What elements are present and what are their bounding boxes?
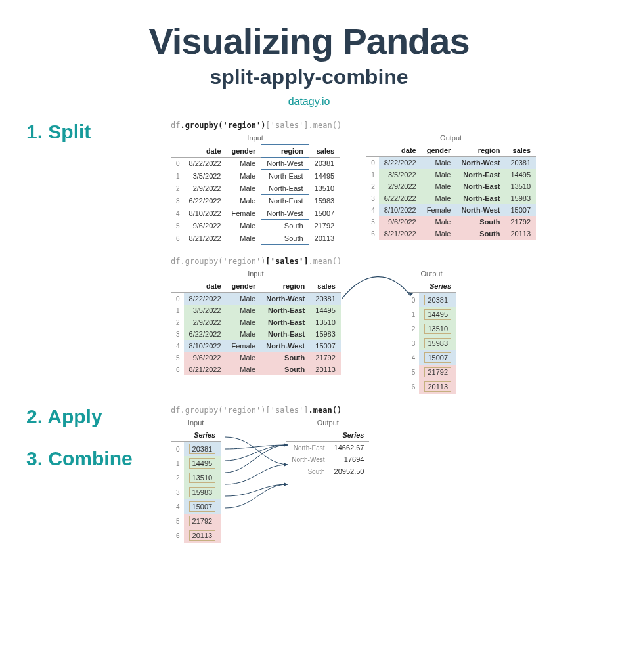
output-series: Series0203811144952135103159834150075217… xyxy=(407,280,456,394)
section-select: df.groupby('region')['sales'].mean() Inp… xyxy=(26,257,592,394)
series-row: 521792 xyxy=(407,365,456,379)
series-row: 315983 xyxy=(171,485,221,499)
code-mean: .mean() xyxy=(309,257,342,266)
table-row: 48/10/2022FemaleNorth-West15007 xyxy=(171,207,340,220)
code-df: df xyxy=(171,257,180,266)
page-subtitle: split-apply-combine xyxy=(26,65,592,89)
table-row: 13/5/2022MaleNorth-East14495 xyxy=(171,304,341,316)
table-row: 48/10/2022FemaleNorth-West15007 xyxy=(366,204,536,216)
code-line-1: df.groupby('region')['sales'].mean() xyxy=(171,121,592,130)
table-row: 22/9/2022MaleNorth-East13510 xyxy=(171,182,340,195)
input-label: Input xyxy=(171,419,221,427)
series-row: 415007 xyxy=(171,499,221,514)
table-row: 68/21/2022MaleSouth20113 xyxy=(171,232,340,245)
series-row: 620113 xyxy=(171,528,221,543)
series-header: Series xyxy=(171,429,221,442)
table-header: dategenderregionsales xyxy=(171,280,341,293)
series-row: 114495 xyxy=(171,456,221,471)
step-label-split: 1. Split xyxy=(26,121,158,143)
table-row: 68/21/2022MaleSouth20113 xyxy=(171,364,341,375)
table-row: 13/5/2022MaleNorth-East14495 xyxy=(366,169,536,180)
code-sales: ['sales'] xyxy=(266,257,309,266)
code-groupby: .groupby('region') xyxy=(180,257,265,266)
page-title: Visualizing Pandas xyxy=(26,20,592,62)
table-row: 36/22/2022MaleNorth-East15983 xyxy=(171,195,340,207)
table-row: 36/22/2022MaleNorth-East15983 xyxy=(171,328,341,340)
section-apply-combine: 2. Apply 3. Combine df.groupby('region')… xyxy=(26,406,592,543)
result-row: North-West17694 xyxy=(286,453,369,465)
output-result: SeriesNorth-East14662.67North-West17694S… xyxy=(286,429,369,477)
input-table: dategenderregionsales08/22/2022MaleNorth… xyxy=(171,280,341,375)
input-label: Input xyxy=(171,270,341,278)
code-line-2: df.groupby('region')['sales'].mean() xyxy=(171,257,592,266)
table-header: dategenderregionsales xyxy=(366,144,536,157)
input-label: Input xyxy=(171,134,340,142)
code-mean: .mean() xyxy=(309,406,342,415)
arrow-curve xyxy=(338,273,417,312)
input-table: dategenderregionsales08/22/2022MaleNorth… xyxy=(171,144,340,245)
table-row: 08/22/2022MaleNorth-West20381 xyxy=(366,157,536,169)
table-row: 68/21/2022MaleSouth20113 xyxy=(366,228,536,240)
series-row: 213510 xyxy=(171,471,221,485)
output-label: Output xyxy=(407,270,456,278)
code-sales: ['sales'] xyxy=(266,406,309,415)
code-mean: .mean() xyxy=(309,121,342,130)
code-df: df xyxy=(171,406,180,415)
table-row: 08/22/2022MaleNorth-West20381 xyxy=(171,293,341,305)
table-row: 59/6/2022MaleSouth21792 xyxy=(171,352,341,364)
series-row: 415007 xyxy=(407,350,456,365)
series-row: 620113 xyxy=(407,379,456,394)
series-row: 315983 xyxy=(407,336,456,350)
arrow-fan xyxy=(222,430,294,529)
table-row: 48/10/2022FemaleNorth-West15007 xyxy=(171,340,341,352)
output-label: Output xyxy=(286,419,369,427)
table-row: 36/22/2022MaleNorth-East15983 xyxy=(366,192,536,204)
output-label: Output xyxy=(366,134,536,142)
series-row: 114495 xyxy=(407,307,456,322)
table-row: 59/6/2022MaleSouth21792 xyxy=(171,220,340,232)
source-link[interactable]: datagy.io xyxy=(26,96,592,108)
output-table: dategenderregionsales08/22/2022MaleNorth… xyxy=(366,144,536,240)
series-header: Series xyxy=(407,280,456,293)
result-row: South20952.50 xyxy=(286,465,369,477)
result-header: Series xyxy=(286,429,369,442)
table-row: 08/22/2022MaleNorth-West20381 xyxy=(171,158,340,170)
code-df: df xyxy=(171,121,180,130)
step-label-apply: 2. Apply xyxy=(26,406,158,428)
input-series: Series0203811144952135103159834150075217… xyxy=(171,429,221,543)
step-label-combine: 3. Combine xyxy=(26,448,158,470)
code-line-3: df.groupby('region')['sales'].mean() xyxy=(171,406,592,415)
table-row: 22/9/2022MaleNorth-East13510 xyxy=(171,316,341,328)
table-row: 13/5/2022MaleNorth-East14495 xyxy=(171,170,340,182)
table-row: 22/9/2022MaleNorth-East13510 xyxy=(366,180,536,192)
series-row: 020381 xyxy=(171,442,221,457)
table-row: 59/6/2022MaleSouth21792 xyxy=(366,216,536,228)
series-row: 213510 xyxy=(407,322,456,336)
section-split: 1. Split df.groupby('region')['sales'].m… xyxy=(26,121,592,245)
code-groupby: .groupby('region') xyxy=(180,406,265,415)
table-header: dategenderregionsales xyxy=(171,145,340,158)
header: Visualizing Pandas split-apply-combine d… xyxy=(26,20,592,108)
code-groupby: .groupby('region') xyxy=(180,121,265,130)
code-sales: ['sales'] xyxy=(266,121,309,130)
series-row: 521792 xyxy=(171,514,221,528)
result-row: North-East14662.67 xyxy=(286,442,369,454)
series-row: 020381 xyxy=(407,293,456,308)
